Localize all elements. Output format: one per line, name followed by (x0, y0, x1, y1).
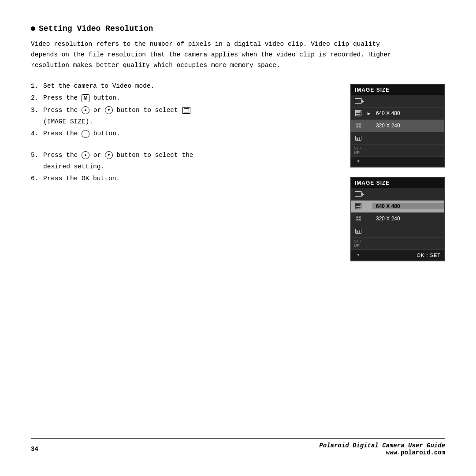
step-3-sub: (IMAGE SIZE). (31, 116, 337, 127)
brand-url: www.polaroid.com (319, 449, 445, 456)
grid-icon-cell-1 (351, 108, 365, 119)
screen-2-header: IMAGE SIZE (351, 178, 444, 188)
screen-1-row-1 (351, 95, 444, 108)
page-footer: 34 Polaroid Digital Camera User Guide ww… (31, 438, 445, 456)
arrow-cell-2: ▶ (365, 111, 372, 116)
up-button-icon-2 (82, 151, 89, 159)
grid-icon-2 (355, 203, 361, 209)
step-3-sub-text: (IMAGE SIZE). (43, 118, 93, 125)
step-2: 2. Press the M button. (31, 93, 337, 104)
up-button-icon-1 (82, 106, 89, 114)
row-2-text: 640 X 480 (372, 110, 444, 116)
step-3: 3. Press the or button to select (31, 105, 337, 116)
step-5-sub-text: desired setting. (43, 163, 104, 170)
step-5: 5. Press the or button to select the (31, 150, 337, 161)
imagesize-icon (182, 107, 190, 114)
video-icon-2 (355, 191, 362, 197)
screen-2-row-1 (351, 188, 444, 201)
m-button-icon: M (82, 94, 89, 102)
screens-column: IMAGE SIZE (350, 84, 445, 261)
screen-2-row-4 (351, 225, 444, 238)
setup-icon-2: SETUP (354, 239, 362, 248)
intro-paragraph: Video resolution refers to the number of… (31, 39, 401, 71)
screen-2-body: 640 X 480 320 X 2 (351, 188, 444, 260)
step-1-text: Set the camera to Video mode. (43, 82, 154, 89)
instructions: 1. Set the camera to Video mode. 2. Pres… (31, 81, 337, 186)
screen-1-row-3: 320 X 240 (351, 120, 444, 132)
step-4: 4. Press the button. (31, 128, 337, 139)
step-1: 1. Set the camera to Video mode. (31, 81, 337, 92)
screen-1-header: IMAGE SIZE (351, 85, 444, 95)
main-content: 1. Set the camera to Video mode. 2. Pres… (31, 81, 445, 261)
ok-set-label: OK : SET (417, 253, 441, 258)
video-icon-1 (355, 98, 362, 104)
setup-icon-cell-2: SETUP (351, 238, 365, 249)
step-6: 6. Press the OK button. (31, 173, 337, 184)
grid-icon-1 (355, 110, 361, 116)
av-icon-cell-2: ▼ (351, 250, 365, 260)
step-5-sub: desired setting. (31, 161, 337, 172)
down-button-icon-2 (105, 151, 113, 159)
screen-2-row-5: SETUP (351, 238, 444, 250)
s2-row-3-text: 320 X 240 (372, 216, 444, 222)
page-number: 34 (31, 446, 38, 453)
screen-2-row-2: 640 X 480 (351, 201, 444, 213)
step-2-text: Press the M button. (43, 94, 120, 101)
screen-2-row-3: 320 X 240 (351, 213, 444, 225)
bullet-point (31, 26, 35, 31)
screen-1: IMAGE SIZE (350, 84, 445, 167)
grid-small-icon-cell-2 (351, 213, 365, 225)
ok-button-icon-1 (82, 130, 89, 138)
image-icon-2 (355, 229, 361, 234)
s2-row-2-text: 640 X 480 (372, 203, 444, 209)
image-icon-cell-2 (351, 225, 365, 237)
setup-icon-1: SETUP (354, 146, 362, 155)
image-icon-1 (355, 136, 361, 141)
screen-1-body: ▶ 640 X 480 (351, 95, 444, 167)
page: Setting Video Resolution Video resolutio… (0, 0, 476, 476)
grid-icon-cell-2 (351, 201, 365, 212)
grid-small-icon-1 (356, 123, 361, 128)
step-3-text: Press the or button to select (43, 107, 191, 114)
image-icon-cell-1 (351, 132, 365, 144)
video-icon-cell-1 (351, 95, 365, 107)
section-title: Setting Video Resolution (31, 24, 445, 33)
row-3-text: 320 X 240 (372, 123, 444, 129)
footer-brand: Polaroid Digital Camera User Guide www.p… (319, 442, 445, 456)
step-num-6: 6. (31, 173, 38, 184)
section-title-text: Setting Video Resolution (39, 24, 153, 33)
av-icon-2: ▼ (357, 253, 359, 257)
step-num-4: 4. (31, 128, 38, 139)
brand-name: Polaroid Digital Camera User Guide (319, 442, 445, 449)
step-num-3: 3. (31, 105, 38, 116)
setup-icon-cell-1: SETUP (351, 145, 365, 156)
screen-1-row-5: SETUP (351, 145, 444, 157)
video-icon-cell-2 (351, 188, 365, 200)
screen-2: IMAGE SIZE (350, 177, 445, 261)
step-list: 1. Set the camera to Video mode. 2. Pres… (31, 81, 337, 184)
step-num-1: 1. (31, 81, 38, 92)
step-num-5: 5. (31, 150, 38, 161)
step-gap (31, 141, 337, 149)
screen-2-footer-row: ▼ OK : SET (351, 250, 444, 260)
screen-1-row-2: ▶ 640 X 480 (351, 108, 444, 120)
grid-small-icon-cell-1 (351, 120, 365, 132)
step-4-text: Press the button. (43, 130, 120, 137)
down-button-icon-1 (105, 106, 113, 114)
ok-text-label: OK (82, 175, 89, 182)
step-6-text: Press the OK button. (43, 175, 120, 182)
step-5-text: Press the or button to select the (43, 152, 193, 159)
screen-1-row-4 (351, 132, 444, 145)
av-icon-cell-1: ▼ (351, 157, 365, 167)
step-num-2: 2. (31, 93, 38, 104)
grid-small-icon-2 (356, 216, 361, 221)
screen-1-row-6: ▼ (351, 157, 444, 167)
av-icon-1: ▼ (357, 160, 359, 164)
